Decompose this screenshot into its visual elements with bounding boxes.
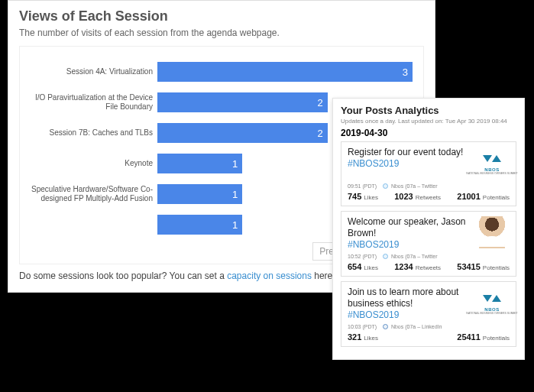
bar[interactable]: 1 [157,184,242,204]
hashtag[interactable]: #NBOS2019 [348,309,399,320]
analytics-title: Your Posts Analytics [341,105,516,116]
twitter-icon [383,254,388,259]
linkedin-icon [383,324,388,329]
posts-analytics-panel: Your Posts Analytics Updates once a day.… [332,98,525,360]
bar[interactable]: 2 [157,92,328,112]
capacity-link[interactable]: capacity on sessions [227,271,312,281]
post-card[interactable]: Register for our event today!#NBOS2019NB… [341,141,516,206]
post-meta: 10:03 (PDT) Nbos (07a – LinkedIn [348,324,510,329]
nbos-logo: NBOSNATIONAL BUSINESS OWNERS SUMMIT [474,287,510,320]
bar-label: Keynote [24,159,157,168]
post-stats: 745Likes1023Retweets21001Potentials [348,192,510,201]
post-stats: 654Likes1234Retweets53415Potentials [348,262,510,271]
bar-label: Session 7B: Caches and TLBs [24,128,157,138]
bar-value: 1 [232,158,238,170]
bar-label: I/O Paravirtualization at the Device Fil… [24,93,157,112]
post-text: Join us to learn more about business eth… [348,287,470,321]
bar[interactable]: 2 [157,123,328,143]
post-text: Register for our event today!#NBOS2019 [348,147,470,179]
analytics-date: 2019-04-30 [341,128,516,138]
bar-label: Speculative Hardware/Software Co-designe… [24,185,157,203]
panel-desc: The number of visits of each session fro… [19,28,424,38]
speaker-avatar [474,216,510,250]
panel-title: Views of Each Session [19,8,424,24]
hashtag[interactable]: #NBOS2019 [348,239,399,250]
bar[interactable]: 1 [157,215,242,235]
hashtag[interactable]: #NBOS2019 [348,158,399,169]
post-card[interactable]: Join us to learn more about business eth… [341,281,516,347]
bar-label: Session 4A: Virtualization [24,67,157,76]
footnote-pre: Do some sessions look too popular? You c… [19,271,227,281]
bar-row: Session 4A: Virtualization3 [157,62,413,82]
post-stats: 321Likes25411Potentials [348,332,510,342]
bar-value: 1 [232,219,238,231]
bar-value: 2 [317,128,322,139]
post-meta: 10:52 (PDT) Nbos (07a – Twitter [348,254,510,259]
post-card[interactable]: Welcome our speaker, Jason Brown!#NBOS20… [341,211,516,277]
post-text: Welcome our speaker, Jason Brown!#NBOS20… [348,216,470,251]
post-meta: 09:51 (PDT) Nbos (07a – Twitter [348,183,510,189]
bar-value: 3 [403,66,408,78]
twitter-icon [383,183,388,189]
footnote-post: here! [312,271,335,281]
bar-value: 1 [232,189,238,200]
bar[interactable]: 3 [157,62,413,82]
bar[interactable]: 1 [157,154,242,173]
bar-value: 2 [317,97,322,109]
nbos-logo: NBOSNATIONAL BUSINESS OWNERS SUMMIT [474,147,510,180]
analytics-updated: Updates once a day. Last updated on: Tue… [341,118,516,125]
